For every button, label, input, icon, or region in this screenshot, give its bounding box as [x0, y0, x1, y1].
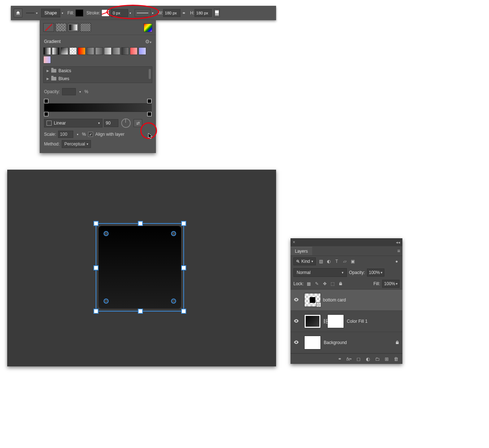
align-with-layer-checkbox[interactable]: ✓	[88, 132, 93, 137]
corner-radius-handle[interactable]	[171, 299, 176, 304]
corner-radius-handle[interactable]	[171, 231, 176, 236]
transform-handle[interactable]	[181, 221, 186, 226]
fill-swatch[interactable]	[75, 9, 83, 17]
gradient-bar[interactable]	[44, 103, 152, 112]
blend-mode-dropdown[interactable]: Normal▾	[293, 268, 347, 277]
canvas[interactable]	[7, 170, 276, 366]
layer-thumbnail[interactable]	[304, 336, 321, 349]
layer-row-bottom-card[interactable]: ▢ bottom card	[291, 290, 402, 311]
folder-basics[interactable]: ▶ Basics	[44, 67, 152, 75]
corner-radius-handle[interactable]	[104, 231, 109, 236]
delete-layer-icon[interactable]: 🗑︎	[393, 356, 399, 362]
gradient-angle-wheel[interactable]	[121, 118, 131, 128]
disclosure-triangle-icon[interactable]: ▶	[47, 69, 49, 73]
lock-all-icon[interactable]: 🔒︎	[338, 281, 344, 287]
gradient-preset[interactable]	[43, 47, 51, 55]
gradient-tab[interactable]	[68, 23, 79, 32]
gradient-angle-field[interactable]: 90	[104, 119, 118, 127]
layer-fill-field[interactable]: 100%▾	[382, 280, 400, 288]
opacity-stop-right[interactable]	[147, 99, 152, 103]
gradient-preset[interactable]	[61, 47, 68, 55]
gradient-preset[interactable]	[52, 47, 60, 55]
stroke-swatch[interactable]	[101, 9, 109, 17]
transform-handle[interactable]	[93, 221, 99, 226]
tool-mode-dropdown[interactable]: Shape ▾	[41, 9, 65, 17]
visibility-toggle-icon[interactable]	[293, 340, 299, 345]
solid-color-tab[interactable]	[56, 23, 66, 32]
gradient-preset[interactable]	[130, 47, 137, 55]
tool-preset-chevron[interactable]: ▾	[35, 12, 39, 15]
width-field[interactable]: 180 px	[163, 9, 180, 17]
layer-style-icon[interactable]: fx▾	[346, 356, 352, 362]
gradient-options-gear-icon[interactable]: ⚙︎▾	[145, 39, 152, 44]
transform-handle[interactable]	[93, 309, 99, 314]
panel-menu-icon[interactable]: ≡	[397, 248, 400, 254]
gradient-preset[interactable]	[69, 47, 77, 55]
gradient-preset[interactable]	[43, 56, 51, 64]
layer-row-color-fill[interactable]: ⛓︎ Color Fill 1	[291, 311, 402, 332]
stroke-width-chevron[interactable]: ▾	[128, 12, 132, 15]
transform-handle[interactable]	[138, 221, 143, 226]
stroke-style-dropdown[interactable]	[135, 9, 150, 17]
gradient-preset[interactable]	[121, 47, 129, 55]
filter-kind-dropdown[interactable]: 🔍︎ Kind ▾	[293, 257, 316, 265]
scale-field[interactable]: 100	[58, 131, 73, 138]
pattern-tab[interactable]	[80, 23, 91, 32]
height-field[interactable]: 180 px	[195, 9, 212, 17]
method-dropdown[interactable]: Perceptual ▾	[62, 140, 91, 148]
transform-handle[interactable]	[138, 309, 143, 314]
home-button[interactable]	[14, 9, 22, 17]
gradient-preset[interactable]	[95, 47, 103, 55]
add-mask-icon[interactable]: ◻	[355, 356, 361, 362]
panel-close-icon[interactable]: ×	[293, 240, 295, 245]
transform-handle[interactable]	[181, 265, 186, 270]
lock-pixels-icon[interactable]: ✎	[314, 281, 320, 287]
layer-opacity-field[interactable]: 100%▾	[367, 269, 384, 277]
link-layers-icon[interactable]: ⚭	[337, 356, 342, 362]
layer-thumbnail[interactable]	[304, 314, 321, 328]
lock-artboard-icon[interactable]: ⬚	[330, 281, 336, 287]
lock-transparency-icon[interactable]: ▦	[306, 281, 312, 287]
folder-blues[interactable]: ▶ Blues	[44, 75, 152, 83]
visibility-toggle-icon[interactable]	[293, 297, 299, 303]
gradient-preset[interactable]	[87, 47, 94, 55]
disclosure-triangle-icon[interactable]: ▶	[47, 77, 49, 81]
layer-mask-thumbnail[interactable]	[327, 314, 344, 328]
corner-radius-handle[interactable]	[104, 299, 109, 304]
filter-shape-icon[interactable]: ▱	[342, 258, 348, 264]
adjustment-layer-icon[interactable]: ◐	[365, 356, 371, 362]
tool-preset-swatch[interactable]	[26, 13, 35, 13]
gradient-preset[interactable]	[113, 47, 120, 55]
gradient-editor[interactable]	[44, 97, 152, 116]
opacity-field[interactable]	[62, 88, 76, 95]
filter-smart-icon[interactable]: ▣	[350, 258, 355, 264]
new-layer-icon[interactable]: ⊞	[384, 356, 389, 362]
layer-name[interactable]: bottom card	[323, 297, 400, 303]
stroke-width-field[interactable]: 0 px	[111, 9, 128, 17]
gradient-type-dropdown[interactable]: Linear ▾	[44, 119, 102, 127]
reverse-gradient-button[interactable]	[134, 119, 142, 127]
filter-adjustment-icon[interactable]: ◐	[326, 258, 332, 264]
transform-handle[interactable]	[181, 309, 186, 314]
link-mask-icon[interactable]: ⛓︎	[323, 318, 326, 324]
opacity-stop-left[interactable]	[44, 99, 48, 103]
gradient-preset[interactable]	[104, 47, 112, 55]
layer-thumbnail[interactable]: ▢	[304, 293, 321, 307]
filter-type-icon[interactable]: T	[334, 258, 340, 264]
align-edges-button[interactable]	[214, 9, 220, 17]
gradient-preset[interactable]	[139, 47, 146, 55]
new-group-icon[interactable]: 🗀	[374, 356, 380, 362]
layers-tab[interactable]: Layers	[291, 247, 312, 255]
layer-row-background[interactable]: Background 🔒︎	[291, 332, 402, 353]
selected-shape[interactable]	[96, 223, 184, 312]
color-picker-button[interactable]	[144, 23, 152, 32]
gradient-folder-list[interactable]: ▶ Basics ▶ Blues	[43, 66, 152, 83]
filter-toggle-icon[interactable]: ●	[394, 258, 400, 264]
color-stop-left[interactable]	[44, 112, 48, 116]
lock-position-icon[interactable]: ✥	[322, 281, 328, 287]
visibility-toggle-icon[interactable]	[293, 319, 299, 324]
color-stop-right[interactable]	[147, 112, 152, 116]
transform-handle[interactable]	[93, 265, 99, 270]
gradient-preset[interactable]	[78, 47, 86, 55]
layer-name[interactable]: Color Fill 1	[347, 319, 400, 324]
